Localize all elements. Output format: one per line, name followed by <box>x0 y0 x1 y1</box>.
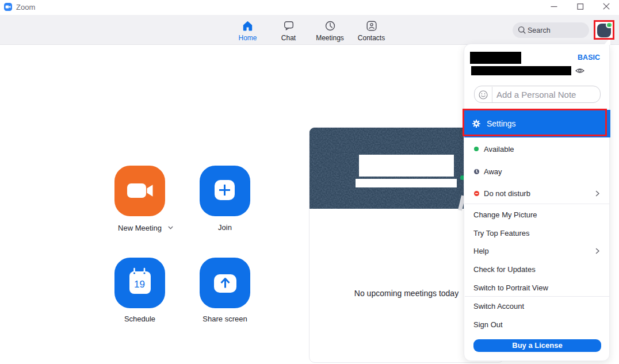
svg-text:19: 19 <box>134 279 145 290</box>
